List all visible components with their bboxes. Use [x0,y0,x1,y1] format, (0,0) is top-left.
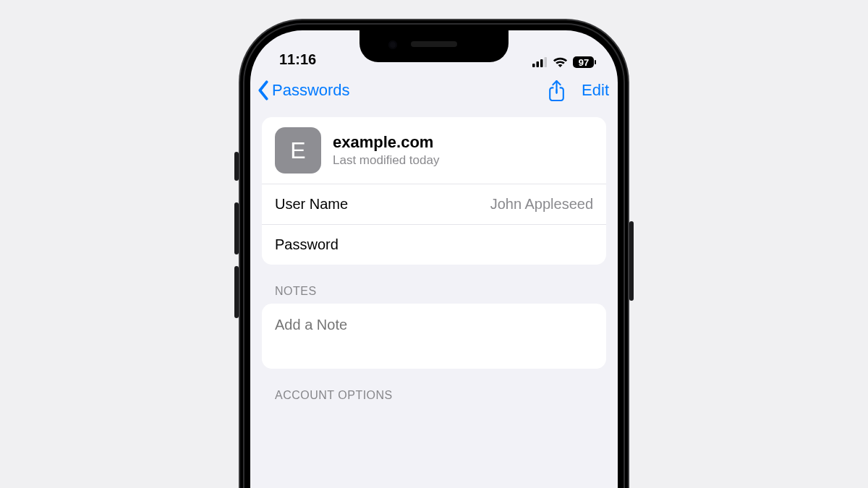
svg-rect-0 [532,64,535,67]
svg-rect-2 [540,59,543,67]
power-button [629,221,634,301]
site-info: example.com Last modified today [333,133,439,168]
volume-up-button [234,202,239,254]
status-time: 11:16 [272,51,316,71]
edit-button[interactable]: Edit [582,81,609,100]
phone-screen: 11:16 [250,30,618,488]
battery-indicator: 97 [573,56,596,68]
back-button[interactable]: Passwords [256,80,350,100]
battery-percent: 97 [576,58,592,67]
site-icon: E [275,127,321,174]
speaker-grille [411,41,457,47]
svg-rect-3 [545,57,548,67]
svg-rect-5 [595,60,596,64]
credential-card: E example.com Last modified today User N… [262,117,606,265]
silence-switch [234,152,239,181]
volume-down-button [234,266,239,318]
svg-rect-1 [537,61,540,67]
username-label: User Name [275,196,348,213]
navigation-bar: Passwords Edit [250,71,618,110]
wifi-icon [553,57,568,68]
chevron-left-icon [256,80,271,100]
content-area: E example.com Last modified today User N… [250,110,618,408]
account-options-section-header: ACCOUNT OPTIONS [262,369,606,408]
back-label: Passwords [272,81,350,100]
cellular-signal-icon [532,57,548,67]
username-row[interactable]: User Name John Appleseed [262,184,606,224]
notes-input[interactable] [275,317,593,333]
site-header: E example.com Last modified today [262,117,606,184]
nav-actions: Edit [548,80,609,102]
notch [359,30,509,62]
phone-frame: 11:16 [240,20,628,488]
share-icon [548,80,566,102]
notes-card[interactable] [262,304,606,369]
username-value: John Appleseed [490,196,593,213]
front-camera [388,40,397,49]
site-title: example.com [333,133,439,152]
password-label: Password [275,236,339,253]
password-row[interactable]: Password [262,224,606,265]
site-subtitle: Last modified today [333,153,439,168]
status-indicators: 97 [532,56,596,71]
notes-section-header: NOTES [262,265,606,304]
share-button[interactable] [548,80,566,102]
